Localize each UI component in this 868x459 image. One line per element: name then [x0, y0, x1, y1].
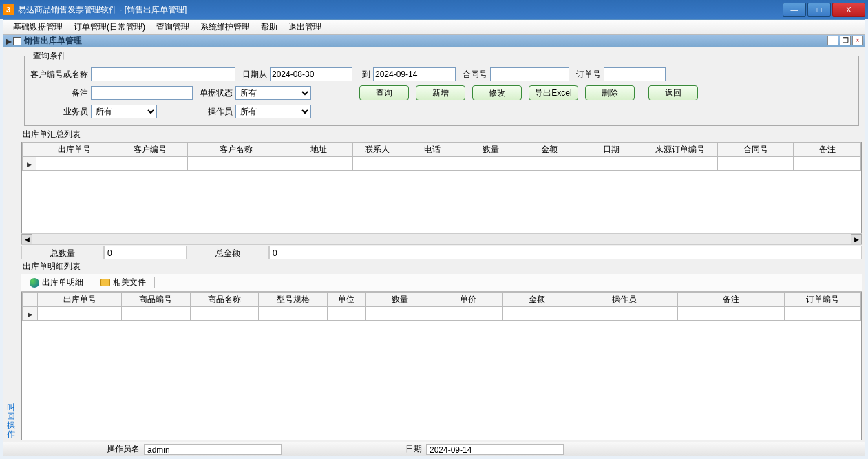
status-operator-value: admin — [144, 444, 282, 455]
status-date-label: 日期 — [282, 443, 426, 455]
salesman-label: 业务员 — [30, 106, 91, 118]
menu-help[interactable]: 帮助 — [255, 21, 283, 33]
remark-label: 备注 — [30, 87, 91, 99]
table-row[interactable] — [23, 307, 861, 321]
dcol-unit[interactable]: 单位 — [327, 293, 365, 307]
col-date[interactable]: 日期 — [580, 143, 642, 157]
col-phone[interactable]: 电话 — [401, 143, 463, 157]
new-button[interactable]: 新增 — [416, 85, 465, 100]
app-icon: 3 — [3, 4, 14, 15]
tab-separator — [92, 277, 92, 288]
menu-bar: 基础数据管理 订单管理(日常管理) 查询管理 系统维护管理 帮助 退出管理 — [3, 20, 865, 35]
back-button[interactable]: 返回 — [648, 85, 698, 100]
subwindow-title: 销售出库单管理 — [24, 35, 82, 47]
status-operator-label: 操作员名 — [3, 443, 144, 455]
date-to-label: 到 — [352, 69, 373, 81]
window-titlebar: 3 易达商品销售发票管理软件 - [销售出库单管理] — □ X — [0, 0, 868, 19]
content-area: 基础数据管理 订单管理(日常管理) 查询管理 系统维护管理 帮助 退出管理 ▶ … — [3, 19, 865, 456]
summary-grid[interactable]: 出库单号 客户编号 客户名称 地址 联系人 电话 数量 金额 日期 来源订单编号… — [21, 142, 862, 233]
menu-order[interactable]: 订单管理(日常管理) — [68, 21, 151, 33]
col-remark[interactable]: 备注 — [794, 143, 861, 157]
dcol-order-no[interactable]: 订单编号 — [785, 293, 861, 307]
total-qty-value: 0 — [104, 246, 187, 259]
operator-select[interactable]: 所有 — [235, 105, 311, 118]
tab-files[interactable]: 相关文件 — [95, 275, 151, 290]
salesman-select[interactable]: 所有 — [91, 105, 157, 118]
status-date-value: 2024-09-14 — [426, 444, 564, 455]
totals-bar: 总数量 0 总金额 0 — [21, 244, 862, 259]
order-label: 订单号 — [569, 69, 604, 81]
contract-input[interactable] — [490, 67, 569, 81]
detail-section-label: 出库单明细列表 — [20, 259, 863, 274]
main-panel: 查询条件 客户编号或名称 日期从 到 合同号 订单号 备注 单据状态 所有 — [20, 47, 863, 442]
subwindow-arrow-icon: ▶ — [3, 36, 13, 46]
globe-icon — [30, 278, 39, 288]
col-qty[interactable]: 数量 — [463, 143, 518, 157]
delete-button[interactable]: 删除 — [585, 85, 635, 100]
query-fieldset: 查询条件 客户编号或名称 日期从 到 合同号 订单号 备注 单据状态 所有 — [24, 50, 859, 126]
total-amt-value: 0 — [269, 246, 862, 259]
col-customer-name[interactable]: 客户名称 — [188, 143, 284, 157]
subwindow-icon — [13, 37, 21, 45]
total-qty-label: 总数量 — [21, 246, 104, 259]
remark-input[interactable] — [91, 86, 193, 100]
menu-system[interactable]: 系统维护管理 — [195, 21, 255, 33]
status-bar: 操作员名 admin 日期 2024-09-14 — [3, 442, 865, 456]
tab-detail-label: 出库单明细 — [42, 277, 83, 288]
export-button[interactable]: 导出Excel — [529, 85, 578, 100]
order-input[interactable] — [604, 67, 666, 81]
menu-exit[interactable]: 退出管理 — [283, 21, 327, 33]
col-contact[interactable]: 联系人 — [353, 143, 401, 157]
col-outbound-no[interactable]: 出库单号 — [36, 143, 112, 157]
dcol-product-no[interactable]: 商品编号 — [121, 293, 190, 307]
subwindow-close-button[interactable]: × — [852, 36, 863, 45]
table-row[interactable] — [23, 157, 861, 171]
date-from-label: 日期从 — [235, 69, 270, 81]
scroll-right-icon[interactable]: ▶ — [851, 234, 862, 244]
date-to-input[interactable] — [373, 67, 456, 81]
status-select[interactable]: 所有 — [235, 86, 311, 100]
subwindow-restore-button[interactable]: ❐ — [840, 36, 851, 45]
window-title: 易达商品销售发票管理软件 - [销售出库单管理] — [18, 4, 781, 16]
dcol-spec[interactable]: 型号规格 — [259, 293, 328, 307]
subwindow-titlebar: ▶ 销售出库单管理 – ❐ × — [3, 35, 865, 47]
scroll-left-icon[interactable]: ◀ — [21, 234, 32, 244]
dcol-operator[interactable]: 操作员 — [571, 293, 678, 307]
search-button[interactable]: 查询 — [359, 85, 409, 100]
detail-grid[interactable]: 出库单号 商品编号 商品名称 型号规格 单位 数量 单价 金额 操作员 备注 订… — [21, 292, 862, 440]
subwindow-minimize-button[interactable]: – — [827, 36, 838, 45]
window-minimize-button[interactable]: — — [783, 3, 806, 17]
vertical-tab[interactable]: 叫回操作 — [5, 403, 17, 439]
edit-button[interactable]: 修改 — [472, 85, 522, 100]
dcol-amount[interactable]: 金额 — [502, 293, 571, 307]
tab-files-label: 相关文件 — [113, 277, 146, 288]
status-label: 单据状态 — [193, 87, 235, 99]
dcol-qty[interactable]: 数量 — [366, 293, 434, 307]
detail-tabs: 出库单明细 相关文件 — [21, 274, 862, 292]
customer-label: 客户编号或名称 — [30, 69, 91, 81]
col-amount[interactable]: 金额 — [518, 143, 580, 157]
total-amt-label: 总金额 — [187, 246, 269, 259]
summary-hscrollbar[interactable]: ◀ ▶ — [21, 233, 862, 244]
dcol-outbound-no[interactable]: 出库单号 — [38, 293, 122, 307]
folder-icon — [100, 279, 110, 286]
dcol-product-name[interactable]: 商品名称 — [190, 293, 259, 307]
col-contract[interactable]: 合同号 — [718, 143, 794, 157]
window-close-button[interactable]: X — [832, 3, 865, 17]
window-maximize-button[interactable]: □ — [807, 3, 831, 17]
menu-query[interactable]: 查询管理 — [151, 21, 195, 33]
col-source-order[interactable]: 来源订单编号 — [642, 143, 718, 157]
col-address[interactable]: 地址 — [284, 143, 353, 157]
tab-separator — [154, 277, 155, 288]
col-customer-no[interactable]: 客户编号 — [112, 143, 188, 157]
operator-label: 操作员 — [157, 106, 235, 118]
dcol-remark[interactable]: 备注 — [678, 293, 785, 307]
menu-basic-data[interactable]: 基础数据管理 — [8, 21, 68, 33]
query-legend: 查询条件 — [30, 50, 69, 62]
dcol-price[interactable]: 单价 — [434, 293, 502, 307]
tab-detail[interactable]: 出库单明细 — [24, 275, 89, 290]
contract-label: 合同号 — [456, 69, 490, 81]
date-from-input[interactable] — [270, 67, 352, 81]
customer-input[interactable] — [91, 67, 235, 81]
summary-section-label: 出库单汇总列表 — [20, 127, 863, 142]
